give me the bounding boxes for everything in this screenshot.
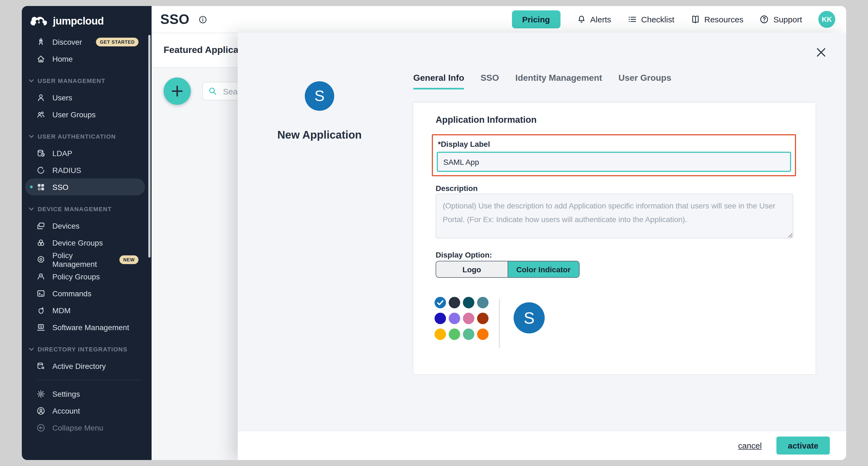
- policy-management-icon: [36, 255, 45, 264]
- section-title: USER MANAGEMENT: [38, 78, 105, 84]
- color-swatch[interactable]: [435, 313, 446, 324]
- color-swatch[interactable]: [477, 328, 489, 340]
- color-swatch[interactable]: [449, 313, 460, 324]
- jumpcloud-logo[interactable]: jumpcloud: [22, 6, 152, 29]
- display-label-highlight-box: *Display Label: [432, 134, 796, 176]
- rocket-icon: [36, 37, 45, 46]
- sidebar-item-policy-groups[interactable]: Policy Groups: [22, 268, 152, 285]
- book-icon: [691, 15, 700, 24]
- sidebar-item-device-groups[interactable]: Device Groups: [22, 234, 152, 251]
- top-header: SSO Pricing Alerts Checklist: [152, 6, 846, 33]
- section-user-management[interactable]: USER MANAGEMENT: [22, 72, 152, 89]
- question-circle-icon: [760, 15, 769, 24]
- tab-identity-management[interactable]: Identity Management: [515, 73, 602, 89]
- sidebar-item-sso[interactable]: SSO: [25, 178, 145, 195]
- close-icon[interactable]: [816, 48, 826, 57]
- sidebar-item-mdm[interactable]: MDM: [22, 302, 152, 319]
- ldap-database-icon: [36, 149, 45, 157]
- sidebar-item-ldap[interactable]: LDAP: [22, 145, 152, 162]
- account-icon: [36, 406, 45, 415]
- chevron-down-icon: [29, 135, 34, 138]
- logo-option[interactable]: Logo: [436, 261, 508, 277]
- checklist-button[interactable]: Checklist: [627, 15, 675, 24]
- color-swatch[interactable]: [477, 297, 489, 308]
- cloud-logo-icon: [31, 16, 48, 27]
- section-user-authentication[interactable]: USER AUTHENTICATION: [22, 128, 152, 145]
- user-avatar[interactable]: KK: [818, 11, 835, 28]
- sidebar-divider: [38, 380, 142, 380]
- sidebar-item-software-management[interactable]: Software Management: [22, 319, 152, 336]
- activate-button[interactable]: activate: [776, 437, 830, 455]
- checklist-icon: [627, 15, 637, 24]
- new-application-modal: S New Application General Info SSO Ident…: [238, 33, 846, 460]
- application-avatar: S: [305, 81, 334, 111]
- cancel-button[interactable]: cancel: [738, 441, 762, 450]
- sidebar-item-label: Software Management: [52, 323, 129, 331]
- section-device-management[interactable]: DEVICE MANAGEMENT: [22, 201, 152, 217]
- sidebar-item-label: RADIUS: [52, 166, 81, 174]
- tab-sso[interactable]: SSO: [480, 73, 499, 89]
- color-swatch[interactable]: [435, 328, 446, 340]
- add-application-button[interactable]: [163, 78, 191, 105]
- sidebar-item-collapse-menu[interactable]: Collapse Menu: [22, 419, 152, 436]
- home-icon: [36, 54, 45, 63]
- sidebar-item-devices[interactable]: Devices: [22, 217, 152, 234]
- bell-icon: [577, 15, 586, 24]
- sidebar-item-label: Home: [52, 54, 73, 63]
- section-title: USER AUTHENTICATION: [38, 133, 116, 140]
- sidebar-item-label: SSO: [52, 182, 68, 191]
- description-textarea[interactable]: [436, 194, 793, 238]
- color-swatch[interactable]: [449, 297, 460, 308]
- policy-groups-icon: [36, 272, 45, 281]
- software-management-icon: [36, 323, 45, 331]
- color-indicator-option[interactable]: Color Indicator: [508, 261, 579, 277]
- sidebar-scrollbar[interactable]: [148, 35, 151, 258]
- color-swatch[interactable]: [463, 297, 474, 308]
- main-area: SSO Pricing Alerts Checklist: [152, 6, 846, 460]
- section-directory-integrations[interactable]: DIRECTORY INTEGRATIONS: [22, 341, 152, 357]
- modal-tabs: General Info SSO Identity Management Use…: [413, 73, 671, 89]
- sidebar-item-user-groups[interactable]: User Groups: [22, 106, 152, 123]
- swatch-preview-divider: [499, 299, 500, 348]
- color-preview-avatar: S: [514, 302, 545, 333]
- chevron-down-icon: [29, 348, 34, 351]
- header-actions: Pricing Alerts Checklist Resources: [512, 10, 835, 28]
- sidebar-item-discover[interactable]: Discover GET STARTED: [22, 33, 152, 50]
- search-icon: [208, 87, 217, 95]
- tab-general-info[interactable]: General Info: [413, 73, 464, 89]
- sidebar-item-radius[interactable]: RADIUS: [22, 162, 152, 178]
- page-title: SSO: [160, 11, 189, 27]
- logo-wordmark: jumpcloud: [53, 15, 104, 27]
- tab-user-groups[interactable]: User Groups: [619, 73, 672, 89]
- sidebar-item-settings[interactable]: Settings: [22, 385, 152, 402]
- color-swatch-selected[interactable]: [435, 297, 446, 308]
- sidebar-item-users[interactable]: Users: [22, 89, 152, 106]
- user-icon: [36, 93, 45, 102]
- devices-icon: [36, 221, 45, 230]
- section-title: DIRECTORY INTEGRATIONS: [38, 346, 127, 352]
- color-swatch[interactable]: [463, 328, 474, 340]
- info-icon[interactable]: [199, 15, 208, 24]
- sso-grid-icon: [36, 182, 45, 191]
- sidebar-item-home[interactable]: Home: [22, 50, 152, 67]
- sidebar-item-policy-management[interactable]: Policy Management NEW: [22, 251, 152, 268]
- sidebar-item-commands[interactable]: Commands: [22, 285, 152, 302]
- alerts-button[interactable]: Alerts: [577, 15, 611, 24]
- color-swatch[interactable]: [449, 328, 460, 340]
- color-swatch[interactable]: [463, 313, 474, 324]
- app-window: jumpcloud Discover GET STARTED Home USER…: [22, 6, 846, 460]
- application-name: New Application: [249, 129, 391, 141]
- support-button[interactable]: Support: [760, 15, 802, 24]
- resources-button[interactable]: Resources: [691, 15, 743, 24]
- sidebar-item-active-directory[interactable]: Active Directory: [22, 357, 152, 374]
- apple-mdm-icon: [36, 306, 45, 315]
- active-directory-icon: [36, 361, 45, 370]
- modal-footer: cancel activate: [238, 431, 846, 460]
- color-swatch[interactable]: [477, 313, 489, 324]
- pricing-button[interactable]: Pricing: [512, 10, 560, 28]
- sidebar-item-account[interactable]: Account: [22, 402, 152, 419]
- sidebar-item-label: Devices: [52, 221, 80, 230]
- display-label-input[interactable]: [437, 152, 791, 172]
- get-started-badge: GET STARTED: [96, 37, 139, 46]
- description-label: Description: [436, 184, 477, 193]
